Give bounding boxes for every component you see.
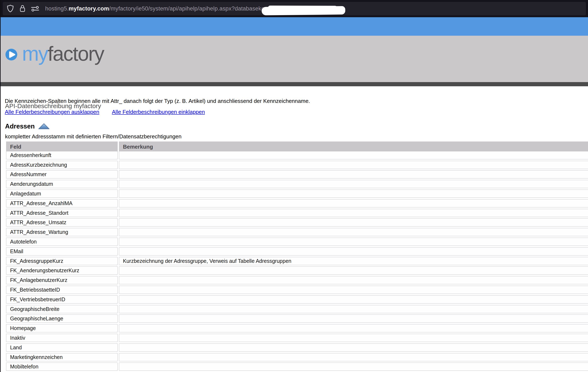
table-cell-bemerkung — [119, 295, 588, 303]
table-cell-feld: Adressenherkunft — [6, 151, 118, 159]
table-cell-bemerkung — [119, 276, 588, 284]
table-cell-bemerkung — [119, 199, 588, 207]
table-cell-feld: Homepage — [6, 324, 118, 332]
main-content: Die Kennzeichen-Spalten beginnen alle mi… — [1, 98, 588, 372]
url-domain: myfactory.com — [69, 5, 109, 12]
lock-icon[interactable] — [19, 4, 26, 13]
play-icon — [5, 49, 17, 61]
table-cell-bemerkung — [119, 353, 588, 361]
table-cell-feld: FK_AnlagebenutzerKurz — [6, 276, 118, 284]
table-cell-feld: GeographischeLaenge — [6, 314, 118, 323]
table-cell-feld: Mobiltelefon — [6, 362, 118, 371]
shield-icon[interactable] — [7, 4, 14, 13]
top-accent-bar — [1, 17, 588, 36]
table-cell-feld: FK_AenderungsbenutzerKurz — [6, 266, 118, 275]
table-cell-bemerkung — [119, 334, 588, 342]
table-cell-bemerkung: Kurzbezeichnung der Adressgruppe, Verwei… — [119, 257, 588, 265]
header-divider — [1, 82, 588, 86]
logo-my: my — [22, 42, 48, 65]
table-cell-feld: Aenderungsdatum — [6, 180, 118, 188]
table-cell-feld: ATTR_Adresse_Wartung — [6, 228, 118, 236]
table-cell-feld: FK_VertriebsbetreuerID — [6, 295, 118, 303]
column-header-bemerkung: Bemerkung — [119, 141, 588, 152]
table-cell-bemerkung — [119, 324, 588, 332]
table-cell-bemerkung — [119, 161, 588, 169]
table-cell-bemerkung — [119, 266, 588, 275]
table-cell-bemerkung — [119, 362, 588, 371]
url-input[interactable]: hosting5.myfactory.com/myfactory/ie50/sy… — [3, 2, 586, 15]
table-cell-feld: AdressNummer — [6, 170, 118, 179]
table-cell-bemerkung — [119, 209, 588, 217]
table-cell-feld: AdressKurzbezeichnung — [6, 161, 118, 169]
table-cell-feld: FK_AdressgruppeKurz — [6, 257, 118, 265]
redaction-blob — [262, 6, 345, 15]
table-cell-feld: EMail — [6, 247, 118, 255]
table-cell-feld: Marketingkennzeichen — [6, 353, 118, 361]
column-header-feld: Feld — [6, 141, 118, 152]
url-path: /myfactory/ie50/system/api/apihelp/apihe… — [109, 5, 267, 12]
fields-table: Feld Bemerkung Adressenherkunft AdressKu… — [6, 141, 588, 372]
table-cell-bemerkung — [119, 238, 588, 246]
myfactory-logo: myfactory — [5, 44, 104, 65]
permissions-icon[interactable] — [31, 5, 39, 12]
page-title: API-Datenbeschreibung myfactory — [5, 102, 101, 110]
table-cell-feld: Autotelefon — [6, 238, 118, 246]
table-cell-bemerkung — [119, 190, 588, 198]
table-cell-feld: ATTR_Adresse_AnzahlMA — [6, 199, 118, 207]
section-heading: Adressen — [5, 123, 588, 130]
table-cell-bemerkung — [119, 228, 588, 236]
url-subdomain: hosting5. — [45, 5, 69, 12]
table-cell-feld: ATTR_Adresse_Standort — [6, 209, 118, 217]
section-description: kompletter Adressstamm mit definierten F… — [5, 133, 588, 139]
expand-all-link[interactable]: Alle Felderbeschreibungen ausklappen — [5, 109, 99, 115]
table-cell-bemerkung — [119, 343, 588, 352]
page-header: myfactory API-Datenbeschreibung myfactor… — [1, 36, 588, 82]
logo-factory: factory — [48, 42, 104, 65]
table-cell-bemerkung — [119, 170, 588, 179]
table-cell-bemerkung — [119, 218, 588, 227]
table-cell-feld: Land — [6, 343, 118, 352]
table-cell-bemerkung — [119, 247, 588, 255]
collapse-triangle-icon[interactable] — [38, 123, 50, 130]
table-cell-feld: FK_BetriebsstaetteID — [6, 286, 118, 294]
link-row: Alle Felderbeschreibungen ausklappen All… — [5, 109, 588, 115]
table-cell-feld: Anlagedatum — [6, 190, 118, 198]
section-heading-label: Adressen — [5, 123, 35, 130]
browser-toolbar: hosting5.myfactory.com/myfactory/ie50/sy… — [1, 0, 588, 17]
table-cell-bemerkung — [119, 151, 588, 159]
table-cell-feld: GeographischeBreite — [6, 305, 118, 313]
table-cell-feld: ATTR_Adresse_Umsatz — [6, 218, 118, 227]
url-text: hosting5.myfactory.com/myfactory/ie50/sy… — [45, 5, 267, 12]
collapse-all-link[interactable]: Alle Felderbeschreibungen einklappen — [112, 109, 205, 115]
table-cell-bemerkung — [119, 314, 588, 323]
table-cell-feld: Inaktiv — [6, 334, 118, 342]
logo-wordmark: myfactory — [22, 44, 104, 64]
table-cell-bemerkung — [119, 286, 588, 294]
table-cell-bemerkung — [119, 305, 588, 313]
table-cell-bemerkung — [119, 180, 588, 188]
